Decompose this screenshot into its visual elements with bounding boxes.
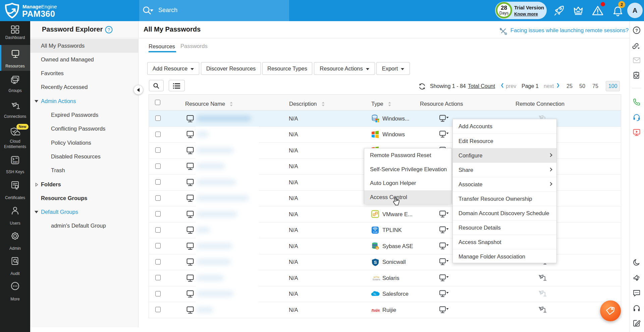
svg-text:?: ? <box>635 28 638 33</box>
svg-text:S: S <box>374 260 377 265</box>
svg-text:SSH: SSH <box>12 160 17 163</box>
svg-text:?: ? <box>108 27 110 33</box>
svg-text:Solaris: Solaris <box>373 278 380 281</box>
svg-text:Ruijie: Ruijie <box>372 309 380 312</box>
svg-text:TP-LINK: TP-LINK <box>373 232 378 233</box>
svg-text:S: S <box>376 247 378 250</box>
